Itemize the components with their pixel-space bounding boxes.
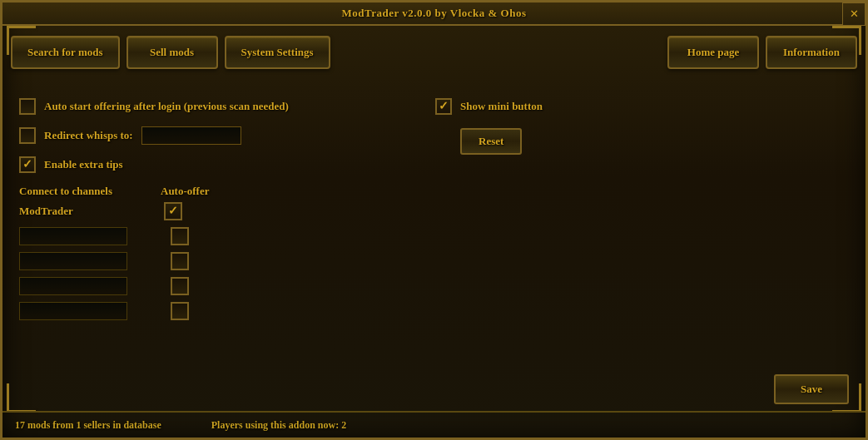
channel-row-4	[19, 302, 849, 320]
channel-row-3	[19, 277, 849, 295]
channel-input-1[interactable]	[19, 227, 127, 245]
channel-checkbox-area-2	[171, 252, 189, 270]
extra-tips-checkmark: ✓	[22, 159, 32, 171]
modtrader-label: ModTrader	[19, 205, 152, 218]
app-title: ModTrader v2.0.0 by Vlocka & Ohos	[342, 7, 527, 20]
channel-input-2[interactable]	[19, 252, 127, 270]
main-content: Auto start offering after login (previou…	[19, 98, 849, 408]
auto-start-checkbox[interactable]	[19, 98, 36, 115]
system-settings-button[interactable]: System Settings	[225, 36, 330, 69]
nav-bar: Search for mods Sell mods System Setting…	[11, 36, 857, 69]
channels-section: Connect to channels Auto-offer ModTrader…	[19, 185, 849, 320]
channel-checkbox-1[interactable]	[171, 227, 189, 245]
save-button[interactable]: Save	[774, 374, 849, 404]
redirect-checkbox[interactable]	[19, 127, 36, 144]
reset-button[interactable]: Reset	[460, 128, 522, 155]
redirect-label: Redirect whisps to:	[44, 129, 133, 142]
modtrader-auto-checkbox[interactable]: ✓	[164, 202, 182, 220]
auto-start-label: Auto start offering after login (previou…	[44, 100, 289, 113]
channel-checkbox-2[interactable]	[171, 252, 189, 270]
mods-info: 17 mods from 1 sellers in database	[15, 419, 161, 432]
channel-input-4[interactable]	[19, 302, 127, 320]
information-button[interactable]: Information	[766, 36, 857, 69]
players-info: Players using this addon now: 2	[211, 419, 346, 432]
channel-row-2	[19, 252, 849, 270]
extra-tips-checkbox[interactable]: ✓	[19, 156, 36, 173]
channel-checkbox-3[interactable]	[171, 277, 189, 295]
modtrader-row: ModTrader ✓	[19, 202, 849, 220]
channel-checkbox-area-1	[171, 227, 189, 245]
title-bar: ModTrader v2.0.0 by Vlocka & Ohos	[2, 2, 866, 26]
status-bar: 17 mods from 1 sellers in database Playe…	[2, 411, 866, 438]
channel-checkbox-4[interactable]	[171, 302, 189, 320]
search-mods-button[interactable]: Search for mods	[11, 36, 120, 69]
auto-offer-col-label: Auto-offer	[161, 185, 227, 198]
show-mini-label: Show mini button	[460, 100, 543, 113]
homepage-button[interactable]: Home page	[667, 36, 759, 69]
sell-mods-button[interactable]: Sell mods	[126, 36, 218, 69]
extra-tips-label: Enable extra tips	[44, 158, 123, 171]
channel-row-1	[19, 227, 849, 245]
channels-header: Connect to channels Auto-offer	[19, 185, 849, 198]
connect-col-label: Connect to channels	[19, 185, 152, 198]
channel-checkbox-area-3	[171, 277, 189, 295]
redirect-input[interactable]	[141, 126, 241, 145]
app-frame: ModTrader v2.0.0 by Vlocka & Ohos ✕ Sear…	[0, 0, 868, 440]
right-panel: ✓ Show mini button Reset	[435, 98, 849, 155]
show-mini-checkbox[interactable]: ✓	[435, 98, 452, 115]
channel-checkbox-area-4	[171, 302, 189, 320]
channel-input-3[interactable]	[19, 277, 127, 295]
show-mini-checkmark: ✓	[439, 101, 449, 112]
modtrader-checkmark: ✓	[168, 205, 178, 217]
modtrader-auto-offer-area: ✓	[161, 202, 186, 220]
show-mini-row: ✓ Show mini button	[435, 98, 849, 115]
extra-tips-row: ✓ Enable extra tips	[19, 156, 849, 173]
close-button[interactable]: ✕	[842, 2, 866, 26]
